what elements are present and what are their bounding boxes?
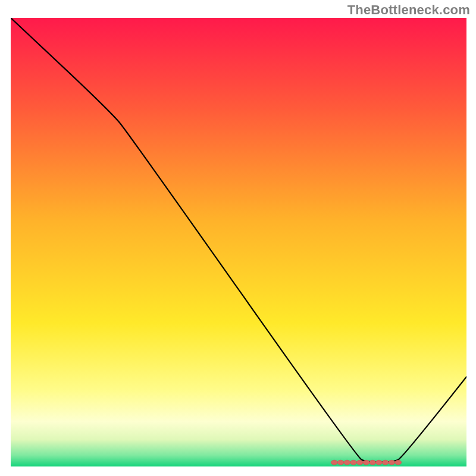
optimal-marker xyxy=(331,460,337,465)
optimal-marker xyxy=(369,460,376,465)
bottleneck-chart xyxy=(11,18,466,466)
optimal-marker xyxy=(395,460,402,465)
gradient-backdrop xyxy=(11,18,466,466)
watermark-text: TheBottleneck.com xyxy=(347,2,470,18)
optimal-marker xyxy=(356,460,363,465)
optimal-marker xyxy=(382,460,389,465)
optimal-marker xyxy=(350,460,357,465)
optimal-marker-row xyxy=(331,460,401,465)
optimal-marker xyxy=(344,460,350,465)
chart-stage: TheBottleneck.com xyxy=(0,0,476,476)
optimal-marker xyxy=(375,460,382,465)
optimal-marker xyxy=(337,460,344,465)
optimal-marker xyxy=(389,460,395,465)
optimal-marker xyxy=(363,460,369,465)
